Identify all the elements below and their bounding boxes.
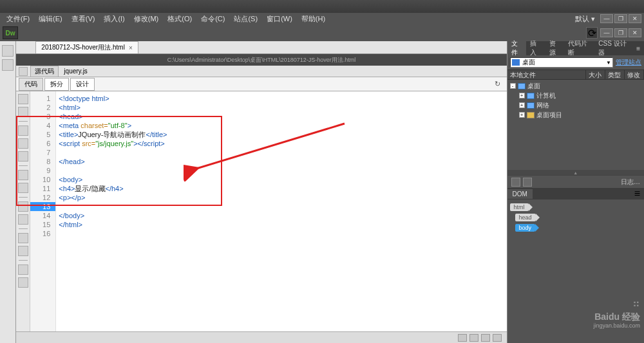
panel-menu-icon[interactable]: ≡: [632, 45, 644, 52]
tool-outdent-icon[interactable]: [18, 246, 28, 256]
dom-panel-header: DOM ≡: [507, 188, 644, 199]
dom-node-head[interactable]: head: [515, 214, 536, 221]
source-code-button[interactable]: 源代码: [30, 66, 59, 77]
line-number[interactable]: 11: [30, 184, 55, 193]
view-code-button[interactable]: 代码: [19, 78, 43, 91]
col-modified[interactable]: 修改: [625, 70, 644, 79]
site-select[interactable]: 桌面 ▼: [510, 57, 613, 68]
line-number[interactable]: 2: [30, 103, 55, 112]
col-type[interactable]: 类型: [605, 70, 625, 79]
status-icon-1[interactable]: [458, 334, 467, 342]
close-button[interactable]: ✕: [629, 14, 641, 23]
close-tab-icon[interactable]: ×: [129, 44, 133, 51]
tool-balance-braces-icon[interactable]: [18, 138, 28, 149]
tool-comment-icon[interactable]: [18, 277, 28, 288]
dom-node-html[interactable]: html: [510, 203, 529, 211]
col-local-files[interactable]: 本地文件: [507, 70, 586, 79]
expand-icon[interactable]: +: [519, 102, 525, 108]
dock-icon-1[interactable]: [2, 45, 14, 57]
line-number[interactable]: 10: [30, 175, 55, 184]
line-number[interactable]: 15: [30, 220, 55, 229]
view-design-button[interactable]: 设计: [70, 78, 95, 91]
doc-minimize-button[interactable]: —: [600, 28, 613, 37]
manage-sites-link[interactable]: 管理站点: [616, 58, 641, 67]
line-number[interactable]: 12: [30, 193, 55, 202]
menu-help[interactable]: 帮助(H): [298, 14, 329, 24]
tree-node-network[interactable]: + 网络: [519, 100, 641, 110]
document-tab-label: 20180712-JS-hover用法.html: [41, 43, 125, 52]
tool-open-docs-icon[interactable]: [18, 94, 28, 104]
code-nav-icon[interactable]: [19, 67, 28, 76]
status-preview-icon[interactable]: [469, 334, 478, 342]
menu-view[interactable]: 查看(V): [68, 14, 99, 24]
line-number[interactable]: 3: [30, 112, 55, 121]
menu-edit[interactable]: 编辑(E): [35, 14, 66, 24]
tree-root[interactable]: - 桌面: [510, 81, 641, 91]
tree-node-pc[interactable]: + 计算机: [519, 91, 641, 100]
tab-dom[interactable]: DOM: [507, 189, 533, 199]
tool-highlight-icon[interactable]: [18, 170, 28, 180]
menu-site[interactable]: 站点(S): [230, 14, 261, 24]
tool-syntax-icon[interactable]: [18, 183, 28, 193]
tool-collapse-icon[interactable]: [18, 107, 28, 117]
menu-format[interactable]: 格式(O): [164, 14, 196, 24]
files-tree[interactable]: - 桌面 + 计算机 + 网络 + 桌面项目: [507, 80, 644, 170]
dom-node-body[interactable]: body: [515, 224, 536, 232]
status-device-icon[interactable]: [481, 334, 490, 342]
line-number[interactable]: 16: [30, 229, 55, 238]
menu-insert[interactable]: 插入(I): [100, 14, 128, 24]
tool-indent-icon[interactable]: [18, 233, 28, 243]
view-split-button[interactable]: 拆分: [44, 78, 69, 91]
tool-format-icon[interactable]: [18, 264, 28, 275]
files-columns-header: 本地文件 大小 类型 修改: [507, 70, 644, 80]
expand-icon[interactable]: +: [519, 112, 525, 118]
line-number[interactable]: 1: [30, 94, 55, 103]
tool-select-parent-icon[interactable]: [18, 125, 28, 136]
code-toolbar: [16, 91, 30, 331]
dom-tree[interactable]: html head body: [507, 199, 644, 236]
tool-line-numbers-icon[interactable]: [18, 151, 28, 162]
document-path-bar: C:\Users\Administrator\Desktop\桌面\HTML\2…: [16, 54, 506, 66]
line-number-selected[interactable]: 13: [30, 202, 55, 211]
dropdown-icon: ▼: [606, 60, 611, 66]
dom-panel-menu-icon[interactable]: ≡: [630, 188, 644, 199]
status-size-icon[interactable]: [493, 334, 502, 342]
panel-collapse-handle[interactable]: ▲: [507, 170, 644, 175]
collapse-icon[interactable]: -: [510, 83, 516, 89]
line-number[interactable]: 9: [30, 166, 55, 175]
refresh-files-icon[interactable]: [523, 178, 532, 187]
tree-node-project[interactable]: + 桌面项目: [519, 110, 641, 120]
line-number[interactable]: 6: [30, 139, 55, 148]
doc-close-button[interactable]: ✕: [629, 28, 641, 37]
status-bar-icons: [458, 334, 507, 342]
line-number-gutter[interactable]: 1 2 3 4 5 6 7 8 9 10 11 12 13 14 15 16: [30, 91, 56, 331]
refresh-icon[interactable]: ↻: [493, 79, 503, 89]
log-link[interactable]: 日志…: [621, 178, 640, 187]
minimize-button[interactable]: —: [600, 14, 613, 23]
menu-bar: 文件(F) 编辑(E) 查看(V) 插入(I) 修改(M) 格式(O) 命令(C…: [0, 13, 644, 24]
line-number[interactable]: 14: [30, 211, 55, 220]
site-select-label: 桌面: [522, 58, 535, 67]
connect-icon[interactable]: [511, 178, 520, 187]
dock-icon-2[interactable]: [2, 59, 14, 71]
tool-word-wrap-icon[interactable]: [18, 201, 28, 212]
menu-window[interactable]: 窗口(W): [263, 14, 296, 24]
document-tab[interactable]: 20180712-JS-hover用法.html ×: [35, 41, 138, 53]
line-number[interactable]: 5: [30, 130, 55, 139]
tool-hidden-chars-icon[interactable]: [18, 214, 28, 225]
code-text[interactable]: <!doctype html> <html> <head> <meta char…: [56, 91, 506, 331]
code-editor[interactable]: 1 2 3 4 5 6 7 8 9 10 11 12 13 14 15 16 <…: [16, 91, 506, 331]
doc-window-controls: — ❐ ✕: [600, 28, 641, 37]
related-file-tab[interactable]: jquery.js: [61, 67, 90, 75]
workspace-switcher[interactable]: 默认 ▾: [571, 14, 599, 24]
expand-icon[interactable]: +: [519, 93, 525, 98]
maximize-button[interactable]: ❐: [614, 14, 627, 23]
menu-modify[interactable]: 修改(M): [130, 14, 163, 24]
line-number[interactable]: 8: [30, 157, 55, 166]
line-number[interactable]: 4: [30, 121, 55, 130]
menu-file[interactable]: 文件(F): [3, 14, 33, 24]
menu-command[interactable]: 命令(C): [197, 14, 229, 24]
doc-maximize-button[interactable]: ❐: [614, 28, 627, 37]
col-size[interactable]: 大小: [586, 70, 605, 79]
line-number[interactable]: 7: [30, 148, 55, 157]
